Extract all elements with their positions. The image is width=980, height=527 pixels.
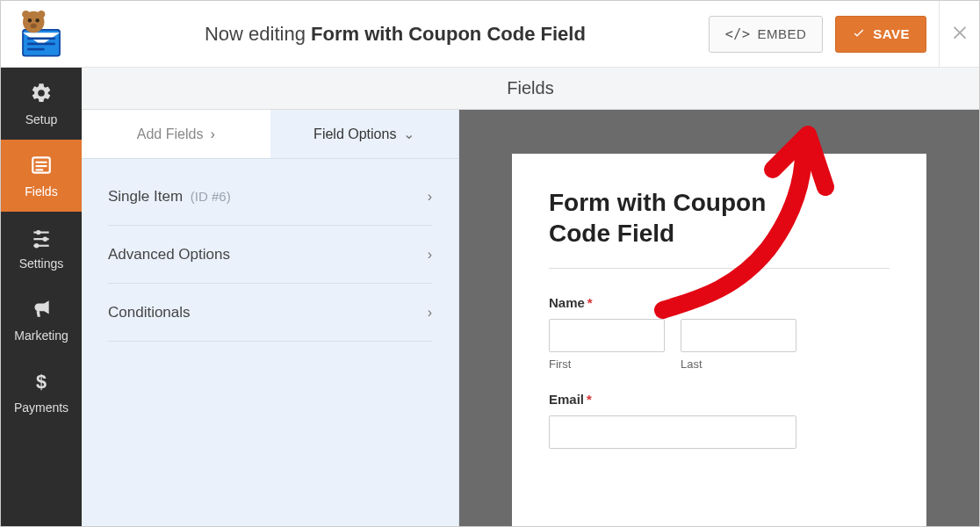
tab-field-options[interactable]: Field Options ⌄ [270, 110, 459, 158]
app-root: Now editing Form with Coupon Code Field … [0, 0, 980, 527]
chevron-right-icon: › [428, 247, 432, 263]
svg-rect-2 [27, 37, 55, 40]
tab-label: Add Fields [137, 126, 204, 142]
form-preview-area: Form with Coupon Code Field Name* First [459, 110, 979, 526]
svg-point-20 [34, 243, 39, 248]
save-button[interactable]: SAVE [835, 16, 926, 53]
svg-point-18 [43, 236, 47, 241]
option-label: Single Item [108, 188, 183, 205]
tab-label: Field Options [313, 126, 396, 142]
fields-panel: Add Fields › Field Options ⌄ Single Item [82, 110, 459, 526]
first-name-input[interactable] [549, 319, 665, 352]
editing-title: Now editing Form with Coupon Code Field [82, 23, 709, 46]
name-field-row: First Last [549, 319, 890, 371]
top-actions: </> EMBED SAVE [709, 1, 979, 68]
wpforms-logo-icon [17, 10, 66, 59]
tab-add-fields[interactable]: Add Fields › [82, 110, 270, 158]
chevron-right-icon: › [210, 126, 214, 142]
sidebar-item-fields[interactable]: Fields [1, 140, 82, 212]
svg-point-8 [31, 23, 37, 27]
required-asterisk: * [587, 392, 592, 407]
code-icon: </> [725, 26, 751, 42]
chevron-down-icon: ⌄ [403, 126, 414, 142]
editing-prefix: Now editing [205, 23, 311, 45]
email-field-label: Email* [549, 392, 890, 407]
name-field-label: Name* [549, 295, 890, 310]
sidebar-item-label: Marketing [14, 328, 68, 343]
chevron-right-icon: › [428, 305, 432, 321]
svg-point-10 [38, 10, 46, 18]
sliders-icon [30, 226, 53, 251]
svg-text:$: $ [36, 370, 47, 392]
option-single-item[interactable]: Single Item (ID #6) › [108, 168, 432, 226]
save-label: SAVE [873, 26, 910, 41]
first-sublabel: First [549, 357, 665, 371]
sidebar-item-setup[interactable]: Setup [1, 68, 82, 140]
form-preview-page[interactable]: Form with Coupon Code Field Name* First [512, 154, 926, 526]
sidebar-item-label: Setup [25, 112, 58, 126]
required-asterisk: * [587, 295, 593, 310]
svg-point-16 [36, 229, 40, 234]
divider [549, 268, 890, 269]
option-label: Conditionals [108, 304, 191, 321]
builder-sidebar: Setup Fields Settings Marketing [1, 68, 82, 526]
svg-rect-4 [27, 47, 44, 50]
content-region: Fields Add Fields › Field Options ⌄ [82, 68, 979, 526]
option-label: Advanced Options [108, 246, 230, 264]
sidebar-item-label: Payments [14, 401, 68, 415]
form-title: Form with Coupon Code Field [549, 187, 768, 249]
sidebar-item-settings[interactable]: Settings [1, 212, 82, 284]
close-button[interactable] [939, 1, 979, 68]
bullhorn-icon [30, 298, 53, 323]
last-name-input[interactable] [681, 319, 796, 352]
list-icon [30, 154, 53, 179]
panel-body: Single Item (ID #6) › Advanced Options ›… [82, 159, 458, 350]
svg-point-9 [22, 10, 30, 18]
editing-form-name: Form with Coupon Code Field [311, 23, 586, 45]
gear-icon [30, 82, 53, 107]
email-input[interactable] [549, 415, 796, 449]
top-bar: Now editing Form with Coupon Code Field … [1, 1, 979, 68]
svg-rect-3 [27, 42, 55, 45]
close-icon [950, 20, 969, 47]
svg-point-7 [35, 18, 39, 22]
panel-tabs: Add Fields › Field Options ⌄ [82, 110, 458, 159]
app-logo[interactable] [1, 10, 82, 59]
option-sublabel: (ID #6) [191, 189, 231, 204]
section-title: Fields [82, 68, 979, 110]
chevron-right-icon: › [428, 189, 432, 205]
check-icon [852, 25, 866, 42]
sidebar-item-label: Settings [19, 256, 64, 271]
svg-point-6 [28, 18, 32, 22]
dollar-icon: $ [30, 370, 53, 395]
workspace: Add Fields › Field Options ⌄ Single Item [82, 110, 979, 526]
embed-button[interactable]: </> EMBED [709, 16, 823, 53]
last-sublabel: Last [681, 357, 796, 371]
option-advanced[interactable]: Advanced Options › [108, 226, 432, 284]
sidebar-item-marketing[interactable]: Marketing [1, 284, 82, 356]
embed-label: EMBED [757, 26, 806, 41]
main-region: Setup Fields Settings Marketing [1, 68, 979, 526]
option-conditionals[interactable]: Conditionals › [108, 284, 432, 342]
sidebar-item-payments[interactable]: $ Payments [1, 356, 82, 428]
sidebar-item-label: Fields [25, 184, 57, 199]
